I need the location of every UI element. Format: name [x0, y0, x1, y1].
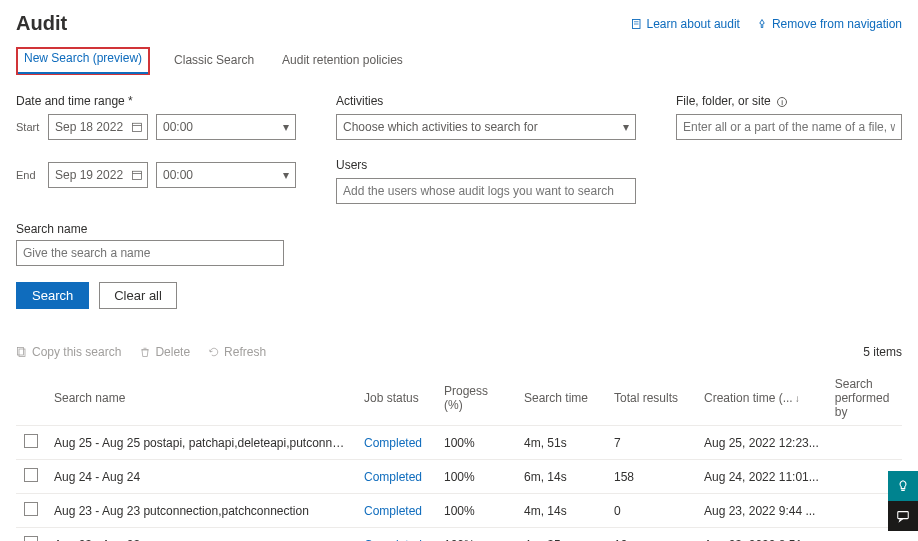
copy-search-button[interactable]: Copy this search [16, 345, 121, 359]
table-row[interactable]: Aug 23 - Aug 23 putconnection,patchconne… [16, 494, 902, 528]
col-performed-by[interactable]: Search performed by [827, 371, 902, 426]
tab-new-search[interactable]: New Search (preview) [16, 47, 150, 75]
cell-created: Aug 23, 2022 9:44 ... [696, 494, 827, 528]
cell-progress: 100% [436, 494, 516, 528]
cell-progress: 100% [436, 528, 516, 542]
cell-search-time: 4m, 51s [516, 426, 606, 460]
learn-about-audit-link[interactable]: Learn about audit [631, 17, 740, 31]
row-checkbox[interactable] [24, 536, 38, 541]
start-label: Start [16, 121, 40, 133]
cell-status: Completed [356, 426, 436, 460]
file-label-text: File, folder, or site [676, 94, 771, 108]
book-icon [631, 18, 643, 30]
cell-status: Completed [356, 494, 436, 528]
date-range-label: Date and time range * [16, 94, 296, 108]
chat-icon [896, 509, 910, 523]
svg-rect-5 [898, 512, 909, 519]
chat-widget[interactable] [888, 501, 918, 531]
cell-total: 7 [606, 426, 696, 460]
cell-search-name: Aug 23 - Aug 23 [46, 528, 356, 542]
remove-label: Remove from navigation [772, 17, 902, 31]
items-count: 5 items [863, 345, 902, 359]
remove-from-nav-link[interactable]: Remove from navigation [756, 17, 902, 31]
delete-button[interactable]: Delete [139, 345, 190, 359]
svg-rect-2 [133, 171, 142, 179]
calendar-icon [131, 121, 143, 133]
cell-total: 19 [606, 528, 696, 542]
table-row[interactable]: Aug 23 - Aug 23Completed100%4m, 35s19Aug… [16, 528, 902, 542]
file-folder-site-input[interactable] [676, 114, 902, 140]
start-date-value: Sep 18 2022 [55, 120, 123, 134]
chevron-down-icon: ▾ [283, 120, 289, 134]
cell-progress: 100% [436, 460, 516, 494]
learn-label: Learn about audit [647, 17, 740, 31]
cell-created: Aug 24, 2022 11:01... [696, 460, 827, 494]
info-icon[interactable]: i [777, 97, 787, 107]
refresh-label: Refresh [224, 345, 266, 359]
search-name-label: Search name [16, 222, 284, 236]
sort-descending-icon: ↓ [795, 393, 800, 404]
col-search-time[interactable]: Search time [516, 371, 606, 426]
tab-retention-policies[interactable]: Audit retention policies [278, 47, 407, 75]
unpin-icon [756, 18, 768, 30]
cell-status: Completed [356, 528, 436, 542]
tabs-bar: New Search (preview) Classic Search Audi… [16, 47, 902, 76]
calendar-icon [131, 169, 143, 181]
end-date-value: Sep 19 2022 [55, 168, 123, 182]
cell-created: Aug 25, 2022 12:23... [696, 426, 827, 460]
table-row[interactable]: Aug 24 - Aug 24Completed100%6m, 14s158Au… [16, 460, 902, 494]
cell-search-time: 6m, 14s [516, 460, 606, 494]
cell-search-name: Aug 24 - Aug 24 [46, 460, 356, 494]
col-creation-time[interactable]: Creation time (...↓ [696, 371, 827, 426]
row-checkbox[interactable] [24, 434, 38, 448]
table-row[interactable]: Aug 25 - Aug 25 postapi, patchapi,delete… [16, 426, 902, 460]
end-time-value: 00:00 [163, 168, 193, 182]
start-time-value: 00:00 [163, 120, 193, 134]
svg-rect-1 [133, 123, 142, 131]
activities-label: Activities [336, 94, 636, 108]
copy-icon [16, 346, 28, 358]
lightbulb-icon [896, 479, 910, 493]
results-table: Search name Job status Progess (%) Searc… [16, 371, 902, 541]
page-title: Audit [16, 12, 67, 35]
col-total-results[interactable]: Total results [606, 371, 696, 426]
col-progress[interactable]: Progess (%) [436, 371, 516, 426]
col-search-name[interactable]: Search name [46, 371, 356, 426]
file-label: File, folder, or site i [676, 94, 902, 108]
col-job-status[interactable]: Job status [356, 371, 436, 426]
chevron-down-icon: ▾ [623, 120, 629, 134]
cell-created: Aug 23, 2022 8:51 ... [696, 528, 827, 542]
cell-search-name: Aug 25 - Aug 25 postapi, patchapi,delete… [46, 426, 356, 460]
cell-search-time: 4m, 35s [516, 528, 606, 542]
start-date-picker[interactable]: Sep 18 2022 [48, 114, 148, 140]
cell-total: 0 [606, 494, 696, 528]
cell-status: Completed [356, 460, 436, 494]
clear-all-button[interactable]: Clear all [99, 282, 177, 309]
end-date-picker[interactable]: Sep 19 2022 [48, 162, 148, 188]
users-label: Users [336, 158, 636, 172]
cell-total: 158 [606, 460, 696, 494]
end-label: End [16, 169, 40, 181]
trash-icon [139, 346, 151, 358]
users-input[interactable] [336, 178, 636, 204]
refresh-icon [208, 346, 220, 358]
row-checkbox[interactable] [24, 502, 38, 516]
start-time-select[interactable]: 00:00 ▾ [156, 114, 296, 140]
activities-placeholder: Choose which activities to search for [343, 120, 538, 134]
tab-classic-search[interactable]: Classic Search [170, 47, 258, 75]
chevron-down-icon: ▾ [283, 168, 289, 182]
copy-label: Copy this search [32, 345, 121, 359]
cell-search-time: 4m, 14s [516, 494, 606, 528]
feedback-widget[interactable] [888, 471, 918, 501]
refresh-button[interactable]: Refresh [208, 345, 266, 359]
col-creation-label: Creation time (... [704, 391, 793, 405]
row-checkbox[interactable] [24, 468, 38, 482]
search-button[interactable]: Search [16, 282, 89, 309]
activities-select[interactable]: Choose which activities to search for ▾ [336, 114, 636, 140]
cell-search-name: Aug 23 - Aug 23 putconnection,patchconne… [46, 494, 356, 528]
search-name-input[interactable] [16, 240, 284, 266]
end-time-select[interactable]: 00:00 ▾ [156, 162, 296, 188]
delete-label: Delete [155, 345, 190, 359]
cell-performed-by [827, 426, 902, 460]
cell-progress: 100% [436, 426, 516, 460]
